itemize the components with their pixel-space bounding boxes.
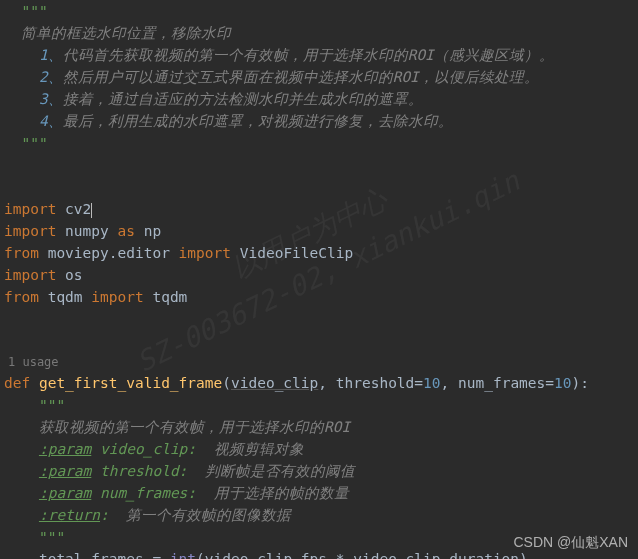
blank-line (4, 176, 638, 198)
docstring-quote: """ (4, 135, 48, 151)
code-line: """ (4, 0, 638, 22)
function-name: get_first_valid_frame (39, 375, 222, 391)
function-def-line: def get_first_valid_frame(video_clip, th… (4, 372, 638, 394)
code-line: 简单的框选水印位置，移除水印 (4, 22, 638, 44)
import-line: import numpy as np (4, 220, 638, 242)
code-line: 2、然后用户可以通过交互式界面在视频中选择水印的ROI，以便后续处理。 (4, 66, 638, 88)
code-editor[interactable]: """ 简单的框选水印位置，移除水印 1、代码首先获取视频的第一个有效帧，用于选… (0, 0, 638, 559)
import-line: import os (4, 264, 638, 286)
code-line: 3、接着，通过自适应的方法检测水印并生成水印的遮罩。 (4, 88, 638, 110)
docstring-line: :param num_frames: 用于选择的帧的数量 (4, 482, 638, 504)
docstring-line: :param video_clip: 视频剪辑对象 (4, 438, 638, 460)
docstring-line: """ (4, 394, 638, 416)
code-line: """ (4, 132, 638, 154)
import-line: import cv2 (4, 198, 638, 220)
docstring-line: :return: 第一个有效帧的图像数据 (4, 504, 638, 526)
credit-text: CSDN @仙魁XAN (513, 531, 628, 553)
usage-hint[interactable]: 1 usage (4, 352, 638, 372)
code-line: 1、代码首先获取视频的第一个有效帧，用于选择水印的ROI（感兴趣区域）。 (4, 44, 638, 66)
import-line: from moviepy.editor import VideoFileClip (4, 242, 638, 264)
docstring-line: :param threshold: 判断帧是否有效的阈值 (4, 460, 638, 482)
code-line: 4、最后，利用生成的水印遮罩，对视频进行修复，去除水印。 (4, 110, 638, 132)
docstring-line: 获取视频的第一个有效帧，用于选择水印的ROI (4, 416, 638, 438)
text-cursor-icon (91, 203, 92, 218)
blank-line (4, 154, 638, 176)
blank-line (4, 330, 638, 352)
import-line: from tqdm import tqdm (4, 286, 638, 308)
docstring-quote: """ (4, 3, 48, 19)
blank-line (4, 308, 638, 330)
